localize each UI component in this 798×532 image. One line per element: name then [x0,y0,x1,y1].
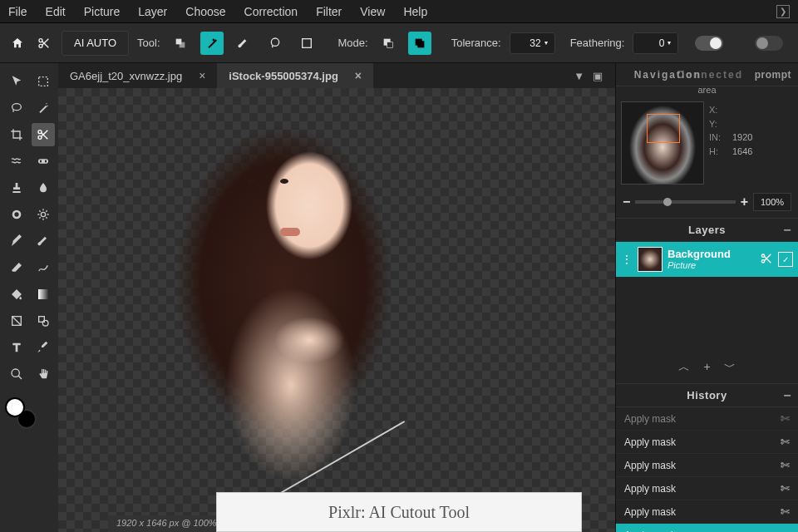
gradient-tool[interactable] [32,283,55,306]
toggle-b[interactable] [755,36,783,51]
tab-dropdown-icon[interactable]: ▼ [574,70,584,82]
zoom-slider[interactable] [635,200,735,204]
layer-type: Picture [667,260,755,270]
tab-grid-icon[interactable]: ▣ [593,70,603,82]
layer-cut-icon[interactable] [760,252,773,268]
tolerance-input[interactable]: 32▾ [510,32,555,54]
layer-row[interactable]: ⋮ Background Picture ✓ [616,242,798,277]
tool-rect-icon[interactable] [295,32,318,55]
cut-icon: ✄ [781,412,790,425]
collapse-icon[interactable]: − [783,388,791,403]
svg-rect-10 [39,77,48,86]
zoom-percent[interactable]: 100% [753,193,791,211]
svg-rect-18 [45,160,47,163]
smudge-tool[interactable] [32,256,55,279]
blur-tool[interactable] [32,176,55,200]
collapse-panel-icon[interactable]: ❯ [776,5,790,18]
pointer-tool[interactable] [5,70,28,93]
svg-point-4 [271,38,278,46]
tool-shape-icon[interactable] [169,32,192,55]
adjust-tool[interactable] [32,203,55,226]
pen-tool[interactable] [5,229,28,253]
foreground-color[interactable] [5,397,25,417]
magic-wand-tool[interactable] [32,96,55,120]
svg-point-13 [47,106,48,106]
history-item[interactable]: Apply mask✄ [616,477,798,500]
cut-icon[interactable] [35,34,53,52]
tool-magic-icon[interactable] [200,32,224,55]
menu-help[interactable]: Help [403,5,427,18]
eyedropper-tool[interactable] [32,336,55,359]
top-status-bar: NavigationConnected prompt [616,63,798,86]
mode-add-icon[interactable] [377,32,400,55]
document-tabs: GA6ejj_t20_xvnwzz.jpg × iStock-955005374… [58,63,615,88]
menu-filter[interactable]: Filter [316,5,342,18]
menu-correction[interactable]: Correction [244,5,298,18]
document-tab[interactable]: GA6ejj_t20_xvnwzz.jpg × [58,63,217,88]
mode-label: Mode: [338,37,368,49]
history-item[interactable]: Apply mask✄ [616,431,798,454]
menu-picture[interactable]: Picture [84,5,121,18]
zoom-tool[interactable] [5,362,28,386]
close-icon[interactable]: × [355,69,362,82]
svg-point-25 [42,320,48,326]
text-tool[interactable] [5,336,28,359]
eraser-tool[interactable] [5,256,28,279]
history-item[interactable]: Apply mask✄ [616,524,798,532]
shape-rect-tool[interactable] [5,309,28,332]
menu-edit[interactable]: Edit [46,5,66,18]
menu-bar: File Edit Picture Layer Choose Correctio… [0,0,798,23]
lasso-tool[interactable] [5,96,28,120]
ai-auto-button[interactable]: AI AUTO [62,31,129,56]
right-panel: NavigationConnected prompt area X: Y: IN… [615,63,798,532]
crop-tool[interactable] [5,123,28,146]
history-item[interactable]: Apply mask✄ [616,500,798,524]
history-item[interactable]: Apply mask✄ [616,407,798,431]
liquify-tool[interactable] [5,150,28,173]
dodge-tool[interactable] [5,203,28,226]
history-item[interactable]: Apply mask✄ [616,454,798,477]
collapse-icon[interactable]: − [783,223,791,238]
stamp-tool[interactable] [5,176,28,200]
canvas[interactable]: 1920 x 1646 px @ 100% [58,88,615,532]
drag-handle-icon[interactable]: ⋮ [621,253,633,266]
layer-visibility-toggle[interactable]: ✓ [778,252,793,267]
menu-layer[interactable]: Layer [138,5,167,18]
feathering-input[interactable]: 0▾ [633,32,678,54]
heal-tool[interactable] [32,150,55,173]
menu-choose[interactable]: Choose [185,5,225,18]
tool-options-bar: AI AUTO Tool: Mode: Tolerance: 32▾ Feath… [0,23,798,63]
marquee-tool[interactable] [32,70,55,93]
navigator-info: X: Y: IN:1920 H:1646 [709,101,752,185]
layers-panel: ⋮ Background Picture ✓ [616,242,798,277]
hand-tool[interactable] [32,362,55,386]
svg-rect-3 [179,42,185,47]
brush-tool[interactable] [32,229,55,253]
svg-point-26 [12,369,19,377]
history-panel-header[interactable]: History − [616,384,798,407]
toggle-a[interactable] [695,36,723,51]
layer-up-icon[interactable]: ︿ [678,360,690,375]
cut-tool[interactable] [32,123,55,146]
prompt-label: prompt [755,69,791,81]
close-icon[interactable]: × [199,69,205,82]
layer-thumbnail[interactable] [638,247,663,272]
zoom-out-button[interactable]: − [623,195,630,209]
navigator-viewport[interactable] [647,114,680,143]
mode-subtract-icon[interactable] [408,32,431,55]
layer-add-icon[interactable]: + [703,360,710,375]
home-icon[interactable] [8,34,27,52]
menu-view[interactable]: View [360,5,385,18]
tool-brush-icon[interactable] [232,32,255,55]
menu-file[interactable]: File [8,5,27,18]
tool-sidebar [0,63,58,532]
status-dimensions: 1920 x 1646 px @ 100% [108,515,225,532]
color-swatches[interactable] [5,397,37,429]
layer-down-icon[interactable]: ﹀ [724,360,736,375]
layers-panel-header[interactable]: Layers − [616,219,798,242]
tool-lasso-icon[interactable] [264,32,287,55]
fill-tool[interactable] [5,283,28,306]
shape-tool[interactable] [32,309,55,332]
navigator-thumbnail[interactable] [621,101,704,185]
zoom-in-button[interactable]: + [741,195,748,209]
